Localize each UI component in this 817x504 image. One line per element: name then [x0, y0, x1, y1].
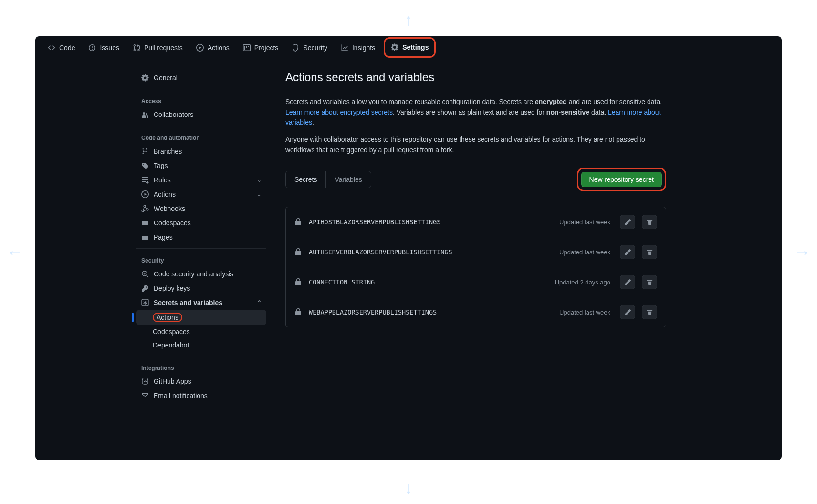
nav-security-label: Security — [303, 43, 327, 52]
tabs-row: Secrets Variables New repository secret — [285, 168, 666, 191]
sidebar-codespaces[interactable]: Codespaces — [136, 216, 266, 230]
tab-secrets[interactable]: Secrets — [286, 171, 325, 188]
secret-updated: Updated 2 days ago — [555, 279, 610, 286]
secret-name: AUTHSERVERBLAZORSERVERPUBLISHSETTINGS — [309, 248, 553, 256]
sidebar-code-security[interactable]: Code security and analysis — [136, 267, 266, 281]
nav-issues[interactable]: Issues — [84, 40, 124, 55]
gear-icon — [391, 43, 398, 51]
sidebar-sv-actions[interactable]: Actions — [136, 310, 266, 325]
arrow-right-decoration: → — [794, 243, 810, 262]
nav-pr-label: Pull requests — [144, 43, 183, 52]
browser-icon — [141, 233, 149, 241]
edit-secret-button[interactable] — [620, 245, 635, 259]
delete-secret-button[interactable] — [642, 215, 657, 229]
nav-code[interactable]: Code — [43, 40, 80, 55]
new-repository-secret-button[interactable]: New repository secret — [581, 172, 662, 187]
secret-updated: Updated last week — [559, 309, 610, 316]
branch-icon — [141, 147, 149, 155]
sidebar-tags[interactable]: Tags — [136, 158, 266, 173]
lock-icon — [294, 308, 302, 316]
sidebar-general[interactable]: General — [136, 71, 266, 85]
link-encrypted-secrets[interactable]: Learn more about encrypted secrets — [285, 108, 393, 116]
nav-projects-label: Projects — [254, 43, 279, 52]
nav-projects[interactable]: Projects — [238, 40, 283, 55]
sidebar-divider — [136, 356, 266, 356]
new-secret-highlight: New repository secret — [577, 168, 666, 191]
edit-secret-button[interactable] — [620, 275, 635, 289]
sidebar-deploy-keys[interactable]: Deploy keys — [136, 281, 266, 295]
sidebar-github-apps-label: GitHub Apps — [154, 378, 191, 385]
delete-secret-button[interactable] — [642, 305, 657, 319]
nav-settings[interactable]: Settings — [386, 40, 433, 55]
arrow-left-decoration: ← — [7, 243, 23, 262]
hubot-icon — [141, 378, 149, 385]
secret-row: AUTHSERVERBLAZORSERVERPUBLISHSETTINGS Up… — [286, 237, 666, 267]
sidebar-code-security-label: Code security and analysis — [154, 270, 233, 278]
nav-pull-requests[interactable]: Pull requests — [128, 40, 188, 55]
sidebar-section-code: Code and automation — [136, 130, 266, 144]
repo-topnav: Code Issues Pull requests Actions Projec… — [35, 36, 782, 59]
sidebar-secrets-variables[interactable]: Secrets and variables ⌃ — [136, 295, 266, 310]
sidebar-email-notifications[interactable]: Email notifications — [136, 388, 266, 403]
sidebar-section-integrations: Integrations — [136, 360, 266, 374]
desc-text: Secrets and variables allow you to manag… — [285, 98, 535, 105]
sidebar-divider — [136, 248, 266, 249]
nav-code-label: Code — [59, 43, 75, 52]
graph-icon — [341, 44, 348, 52]
issue-icon — [88, 44, 96, 52]
sidebar-pages[interactable]: Pages — [136, 230, 266, 244]
secret-updated: Updated last week — [559, 219, 610, 226]
nav-settings-highlight: Settings — [384, 37, 436, 58]
play-circle-icon — [196, 44, 204, 52]
chevron-down-icon: ⌄ — [257, 191, 262, 198]
delete-secret-button[interactable] — [642, 245, 657, 259]
sidebar-collaborators[interactable]: Collaborators — [136, 107, 266, 122]
sidebar-actions-label: Actions — [154, 190, 176, 198]
sidebar-github-apps[interactable]: GitHub Apps — [136, 374, 266, 388]
arrow-down-decoration: ↓ — [405, 479, 413, 497]
secret-updated: Updated last week — [559, 249, 610, 256]
sidebar-webhooks[interactable]: Webhooks — [136, 201, 266, 216]
nav-insights[interactable]: Insights — [336, 40, 380, 55]
sidebar-secrets-variables-label: Secrets and variables — [154, 299, 222, 306]
shield-icon — [292, 44, 299, 52]
tab-variables[interactable]: Variables — [325, 171, 370, 188]
sidebar-divider — [136, 126, 266, 126]
sidebar-divider — [136, 89, 266, 89]
desc-text: . — [312, 118, 314, 126]
desc-text: data. — [589, 108, 608, 116]
mail-icon — [141, 392, 149, 399]
codespaces-icon — [141, 219, 149, 227]
sidebar-general-label: General — [154, 74, 178, 82]
edit-secret-button[interactable] — [620, 305, 635, 319]
chevron-down-icon: ⌄ — [257, 177, 262, 183]
sidebar-sv-actions-highlight: Actions — [153, 313, 182, 322]
sidebar-actions[interactable]: Actions ⌄ — [136, 187, 266, 201]
nav-actions[interactable]: Actions — [191, 40, 234, 55]
sidebar-section-access: Access — [136, 93, 266, 107]
nav-settings-label: Settings — [402, 42, 429, 52]
main-content: Actions secrets and variables Secrets an… — [274, 71, 689, 403]
sidebar-deploy-keys-label: Deploy keys — [154, 284, 190, 292]
sidebar-section-security: Security — [136, 252, 266, 267]
tag-icon — [141, 162, 149, 169]
edit-secret-button[interactable] — [620, 215, 635, 229]
asterisk-icon — [141, 299, 149, 306]
project-icon — [243, 44, 251, 52]
secret-name: WEBAPPBLAZORSERVERPUBLISHSETTINGS — [309, 308, 553, 316]
sidebar-sv-actions-label: Actions — [157, 314, 178, 321]
sidebar-sv-dependabot[interactable]: Dependabot — [136, 338, 266, 352]
sidebar-sv-codespaces[interactable]: Codespaces — [136, 325, 266, 338]
desc-bold-nonsensitive: non-sensitive — [546, 108, 589, 116]
sidebar-sv-dependabot-label: Dependabot — [153, 341, 189, 349]
code-scan-icon — [141, 270, 149, 278]
delete-secret-button[interactable] — [642, 275, 657, 289]
nav-security[interactable]: Security — [287, 40, 332, 55]
key-icon — [141, 284, 149, 292]
rules-icon — [141, 176, 149, 184]
sidebar-branches[interactable]: Branches — [136, 144, 266, 158]
page-title: Actions secrets and variables — [285, 71, 666, 84]
sidebar-webhooks-label: Webhooks — [154, 205, 185, 212]
secret-row: APIHOSTBLAZORSERVERPUBLISHSETTINGS Updat… — [286, 207, 666, 237]
sidebar-rules[interactable]: Rules ⌄ — [136, 173, 266, 187]
